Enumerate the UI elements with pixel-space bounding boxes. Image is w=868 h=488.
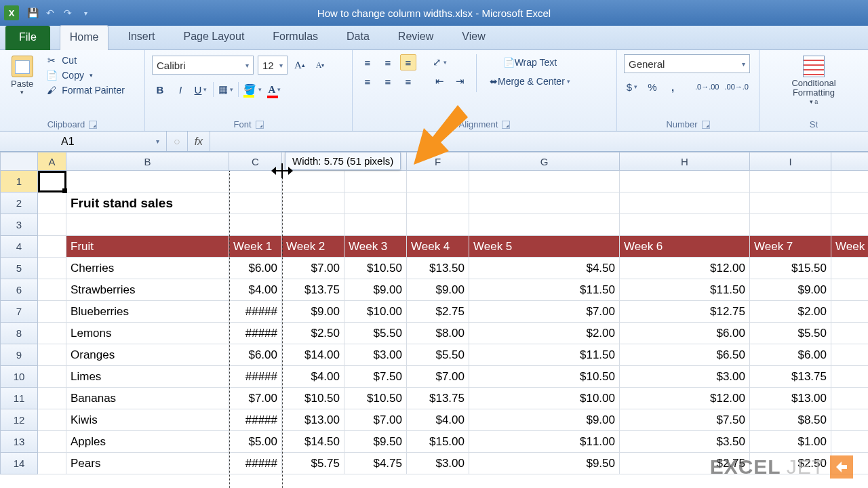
cell[interactable]: [831, 279, 868, 301]
italic-button[interactable]: I: [172, 81, 189, 98]
font-launcher[interactable]: [256, 121, 264, 129]
cell[interactable]: $6.00: [750, 344, 831, 366]
align-center-button[interactable]: ≡: [380, 73, 396, 89]
orientation-button[interactable]: ⤢: [431, 54, 448, 70]
cell[interactable]: Cherries: [66, 258, 229, 279]
cell[interactable]: Blueberries: [66, 301, 229, 323]
tab-data[interactable]: Data: [337, 25, 379, 49]
grow-font-button[interactable]: A▴: [292, 57, 308, 73]
cell[interactable]: $15.00: [407, 431, 469, 453]
cell[interactable]: #####: [229, 453, 282, 474]
cell[interactable]: $13.00: [750, 388, 831, 409]
merge-center-button[interactable]: ⬌ Merge & Center: [485, 73, 575, 89]
tab-insert[interactable]: Insert: [118, 25, 164, 49]
cell[interactable]: $7.00: [344, 409, 407, 431]
cell[interactable]: $9.00: [344, 279, 407, 301]
cell[interactable]: $2.75: [407, 301, 469, 323]
cell[interactable]: [66, 171, 229, 192]
cell[interactable]: Week 4: [407, 236, 469, 258]
number-launcher[interactable]: [702, 121, 710, 129]
cell[interactable]: $5.00: [229, 431, 282, 453]
cell[interactable]: Week 3: [344, 236, 407, 258]
copy-button[interactable]: 📄Copy▾: [44, 69, 126, 81]
align-top-button[interactable]: ≡: [359, 54, 376, 70]
align-bottom-button[interactable]: ≡: [400, 54, 416, 70]
cell[interactable]: $10.50: [344, 258, 407, 279]
qat-customize-icon[interactable]: ▾: [79, 6, 92, 20]
fill-color-button[interactable]: 🪣: [243, 81, 262, 98]
cut-button[interactable]: ✂Cut: [44, 54, 126, 66]
row-header[interactable]: 3: [0, 214, 38, 236]
cell[interactable]: $13.00: [282, 409, 344, 431]
cell[interactable]: [831, 366, 868, 388]
cell[interactable]: $9.00: [469, 409, 620, 431]
row-header[interactable]: 9: [0, 344, 38, 366]
cell[interactable]: [344, 192, 407, 214]
cell[interactable]: $5.50: [344, 323, 407, 344]
decrease-decimal-button[interactable]: .00→.0: [724, 79, 749, 95]
cell[interactable]: [831, 214, 868, 236]
font-color-button[interactable]: A: [267, 81, 283, 98]
cell[interactable]: $13.75: [407, 388, 469, 409]
column-header[interactable]: A: [38, 152, 66, 171]
format-painter-button[interactable]: 🖌Format Painter: [44, 84, 126, 96]
fx-icon[interactable]: fx: [195, 136, 203, 148]
cell[interactable]: $10.00: [469, 388, 620, 409]
cancel-icon[interactable]: ○: [174, 136, 180, 148]
name-box[interactable]: A1▾: [0, 131, 167, 151]
cell[interactable]: [831, 431, 868, 453]
cell[interactable]: [620, 192, 750, 214]
cell[interactable]: $7.00: [229, 388, 282, 409]
formula-input[interactable]: [210, 131, 868, 151]
font-name-combo[interactable]: Calibri▾: [152, 56, 254, 75]
cell[interactable]: Week 7: [750, 236, 831, 258]
row-header[interactable]: 5: [0, 258, 38, 279]
cell[interactable]: [38, 366, 66, 388]
cell[interactable]: [407, 171, 469, 192]
cell[interactable]: [407, 192, 469, 214]
cell[interactable]: Bananas: [66, 388, 229, 409]
cell[interactable]: Fruit stand sales: [66, 192, 229, 214]
cell[interactable]: $6.00: [229, 258, 282, 279]
cell[interactable]: $2.00: [750, 301, 831, 323]
clipboard-launcher[interactable]: [89, 121, 97, 129]
cell[interactable]: [66, 214, 229, 236]
cell[interactable]: $12.00: [620, 388, 750, 409]
cell[interactable]: $3.50: [620, 431, 750, 453]
tab-view[interactable]: View: [452, 25, 494, 49]
cell[interactable]: $4.00: [407, 409, 469, 431]
cell[interactable]: $9.50: [469, 453, 620, 474]
cell[interactable]: Fruit: [66, 236, 229, 258]
cell[interactable]: $9.50: [344, 431, 407, 453]
wrap-text-button[interactable]: 📄 Wrap Text: [485, 54, 575, 70]
row-header[interactable]: 13: [0, 431, 38, 453]
cell[interactable]: $11.50: [469, 344, 620, 366]
cell[interactable]: $7.50: [344, 366, 407, 388]
cell[interactable]: $7.50: [620, 409, 750, 431]
row-header[interactable]: 14: [0, 453, 38, 474]
cell[interactable]: [38, 323, 66, 344]
align-right-button[interactable]: ≡: [400, 73, 416, 89]
cell[interactable]: [38, 236, 66, 258]
cell[interactable]: $7.00: [407, 366, 469, 388]
cell[interactable]: #####: [229, 366, 282, 388]
cell[interactable]: $12.00: [620, 258, 750, 279]
cell[interactable]: [469, 171, 620, 192]
cell[interactable]: Week: [831, 236, 868, 258]
cell[interactable]: $3.00: [407, 453, 469, 474]
column-header[interactable]: H: [620, 152, 750, 171]
tab-page-layout[interactable]: Page Layout: [174, 25, 254, 49]
tab-review[interactable]: Review: [389, 25, 443, 49]
cell[interactable]: [831, 344, 868, 366]
row-header[interactable]: 2: [0, 192, 38, 214]
column-header[interactable]: I: [750, 152, 831, 171]
cell[interactable]: $13.75: [282, 279, 344, 301]
alignment-launcher[interactable]: [502, 121, 510, 129]
cell[interactable]: [469, 214, 620, 236]
row-header[interactable]: 11: [0, 388, 38, 409]
cell[interactable]: [38, 279, 66, 301]
redo-icon[interactable]: ↷: [61, 6, 75, 20]
cell[interactable]: $14.00: [282, 344, 344, 366]
file-tab[interactable]: File: [5, 26, 50, 50]
cell[interactable]: [229, 214, 282, 236]
